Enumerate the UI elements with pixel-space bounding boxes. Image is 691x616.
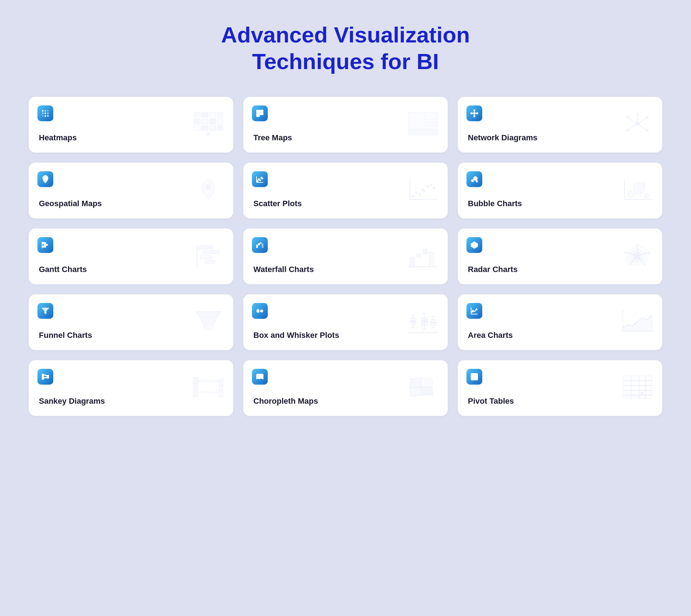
svg-point-54 — [257, 180, 258, 181]
network-icon — [466, 105, 482, 121]
svg-point-64 — [415, 192, 417, 194]
svg-rect-20 — [209, 126, 216, 131]
card-label: Radar Charts — [468, 265, 652, 274]
svg-line-48 — [628, 124, 637, 130]
svg-rect-17 — [217, 119, 223, 124]
card-box-whisker[interactable]: Box and Whisker Plots — [243, 294, 448, 350]
card-tree-maps[interactable]: Tree Maps — [243, 97, 448, 153]
svg-point-58 — [262, 178, 263, 179]
card-label: Area Charts — [468, 331, 652, 340]
svg-rect-95 — [416, 254, 421, 257]
svg-line-49 — [637, 124, 647, 130]
svg-rect-13 — [217, 113, 223, 118]
card-waterfall-charts[interactable]: Waterfall Charts — [243, 228, 448, 284]
scatter-icon — [252, 171, 268, 187]
svg-rect-82 — [43, 246, 46, 247]
card-geospatial-maps[interactable]: Geospatial Maps — [29, 163, 233, 218]
svg-rect-26 — [257, 114, 259, 117]
svg-rect-85 — [199, 246, 213, 249]
sankey-icon — [37, 369, 53, 385]
card-radar-charts[interactable]: Radar Charts — [458, 228, 662, 284]
card-label: Bubble Charts — [468, 199, 652, 208]
svg-rect-80 — [42, 243, 46, 244]
svg-point-70 — [433, 187, 435, 189]
svg-point-56 — [260, 180, 261, 181]
svg-rect-23 — [257, 110, 259, 113]
card-funnel-charts[interactable]: Funnel Charts — [29, 294, 233, 350]
svg-point-72 — [474, 177, 477, 180]
card-gantt-charts[interactable]: Gantt Charts — [29, 228, 233, 284]
svg-rect-10 — [194, 113, 200, 118]
cards-grid: Heatmaps Tree Maps — [29, 97, 662, 416]
gantt-icon — [37, 237, 53, 253]
card-heatmaps[interactable]: Heatmaps — [29, 97, 233, 153]
page-title: Advanced Visualization Techniques for BI — [29, 22, 662, 75]
svg-rect-15 — [202, 119, 208, 124]
svg-rect-96 — [423, 249, 428, 254]
card-choropleth-maps[interactable]: Choropleth Maps — [243, 360, 448, 416]
card-label: Waterfall Charts — [253, 265, 438, 274]
svg-rect-21 — [217, 126, 223, 131]
svg-point-66 — [422, 189, 424, 191]
svg-point-71 — [471, 180, 474, 182]
heatmap-icon — [37, 105, 53, 121]
svg-rect-18 — [194, 126, 200, 131]
bubble-icon — [466, 171, 482, 187]
svg-rect-11 — [202, 113, 208, 118]
card-sankey-diagrams[interactable]: Sankey Diagrams — [29, 360, 233, 416]
card-bubble-charts[interactable]: Bubble Charts — [458, 163, 662, 218]
geospatial-icon — [37, 171, 53, 187]
svg-point-9 — [45, 116, 46, 117]
svg-point-45 — [636, 113, 638, 115]
svg-point-76 — [628, 191, 634, 198]
svg-point-33 — [477, 113, 478, 114]
card-pivot-tables[interactable]: Pivot Tables — [458, 360, 662, 416]
boxwhisker-icon — [252, 303, 268, 319]
svg-point-31 — [474, 112, 475, 114]
svg-marker-99 — [473, 243, 476, 247]
svg-rect-5 — [47, 113, 49, 114]
svg-rect-0 — [42, 110, 44, 112]
choropleth-icon — [252, 369, 268, 385]
svg-point-51 — [45, 177, 46, 179]
card-label: Geospatial Maps — [39, 199, 223, 208]
svg-rect-8 — [47, 115, 49, 117]
svg-point-78 — [645, 193, 650, 198]
svg-point-63 — [412, 195, 414, 197]
svg-rect-28 — [425, 113, 438, 120]
svg-rect-27 — [408, 113, 423, 127]
svg-rect-29 — [425, 121, 438, 127]
svg-rect-86 — [204, 251, 220, 254]
svg-rect-1 — [45, 110, 46, 112]
card-scatter-plots[interactable]: Scatter Plots — [243, 163, 448, 218]
card-label: Heatmaps — [39, 133, 223, 142]
card-label: Pivot Tables — [468, 397, 652, 406]
svg-point-67 — [424, 190, 425, 192]
svg-rect-16 — [209, 119, 216, 124]
svg-point-65 — [419, 194, 420, 195]
svg-point-79 — [642, 182, 646, 186]
svg-rect-3 — [42, 113, 44, 114]
svg-rect-88 — [205, 261, 215, 264]
svg-rect-133 — [194, 377, 198, 397]
svg-point-68 — [427, 186, 429, 187]
svg-rect-19 — [202, 126, 208, 131]
card-label: Sankey Diagrams — [39, 397, 223, 406]
svg-point-34 — [471, 113, 472, 114]
svg-point-69 — [430, 184, 432, 186]
card-network-diagrams[interactable]: Network Diagrams — [458, 97, 662, 153]
svg-rect-12 — [209, 113, 216, 118]
svg-rect-2 — [47, 110, 49, 112]
svg-point-52 — [206, 185, 211, 190]
svg-rect-6 — [42, 115, 44, 117]
waterfall-icon — [252, 237, 268, 253]
svg-rect-90 — [258, 244, 259, 245]
card-area-charts[interactable]: Area Charts — [458, 294, 662, 350]
svg-rect-14 — [194, 119, 200, 124]
svg-rect-24 — [260, 110, 263, 112]
svg-line-47 — [637, 117, 647, 124]
svg-rect-111 — [261, 310, 263, 312]
svg-rect-4 — [45, 113, 46, 114]
card-label: Gantt Charts — [39, 265, 223, 274]
svg-rect-92 — [262, 244, 263, 248]
